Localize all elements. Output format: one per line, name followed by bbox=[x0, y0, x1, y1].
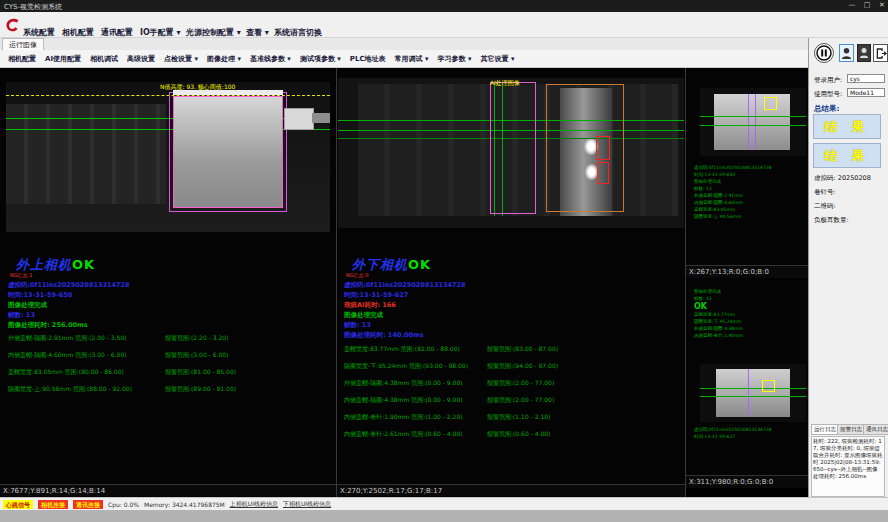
time-line: 时间:13-31-59-650 bbox=[8, 291, 72, 300]
thumbnail-image-top[interactable] bbox=[700, 88, 806, 156]
log-section: 运行日志 报警日志 通讯日志 耗时: 222, 瑕疵检测耗时: 17, 瑕疵分类… bbox=[809, 424, 888, 497]
cpu-usage: Cpu: 0.0% bbox=[108, 501, 139, 508]
needle-no-label: 卷针号: bbox=[814, 188, 836, 197]
frame-count-line: 帧数: 13 bbox=[344, 321, 371, 330]
toolbar-ai-config[interactable]: AI使用配置 bbox=[45, 54, 81, 64]
pause-button[interactable] bbox=[814, 43, 834, 63]
alarm-range-text: 报警范围:(94.00 - 97.00) bbox=[487, 362, 558, 371]
memory-usage: Memory: 3424.41796875M bbox=[144, 501, 225, 508]
measure-line bbox=[700, 125, 806, 126]
tiny-line: 外侧盖帽-隔圈:4.38mm bbox=[694, 325, 743, 332]
measure-line bbox=[700, 116, 806, 117]
tiny-line: 隔圈宽度-上:90.56mm bbox=[694, 213, 771, 220]
upper-camera-thread-link[interactable]: 上相机UI线程信息 bbox=[230, 500, 278, 509]
toolbar-spot-check[interactable]: 点检设置 ▾ bbox=[164, 54, 198, 64]
roi-box-yellow bbox=[762, 380, 775, 392]
measurement-text: 隔圈宽度-上:90.56mm 范围:(88.00 - 92.00) bbox=[8, 385, 132, 394]
camera-panel-lower: AI处理图像 外下相机OK NG汇总:0 虚拟码:0f11ins20250208… bbox=[337, 68, 685, 497]
violet-line bbox=[755, 94, 756, 150]
log-tab-comm[interactable]: 通讯日志 bbox=[863, 424, 888, 435]
measure-line bbox=[700, 396, 806, 397]
toolbar-baseline-params[interactable]: 基准线参数 ▾ bbox=[250, 54, 291, 64]
tiny-line: 时间:13-31-59-627 bbox=[694, 433, 771, 440]
measurement-text: 隔圈宽度-下:95.24mm 范围:(93.00 - 98.00) bbox=[344, 362, 468, 371]
exit-button[interactable] bbox=[873, 44, 888, 62]
tiny-line: 虚拟码:0f11ins2025020813314728 bbox=[694, 164, 771, 171]
alarm-range-text: 报警范围:(3.00 - 6.00) bbox=[165, 351, 228, 360]
menu-item-comm-config[interactable]: 通讯配置 bbox=[101, 27, 133, 38]
menu-item-view[interactable]: 查看 ▾ bbox=[246, 27, 269, 38]
toolbar-plc-table[interactable]: PLC地址表 bbox=[350, 54, 386, 64]
toolbar-advanced[interactable]: 高级设置 bbox=[127, 54, 155, 64]
measurement-text: 内侧盖帽-卷针:1.90mm 范围:(1.00 - 2.20) bbox=[344, 413, 463, 422]
camera-image-upper[interactable]: N值高度: 93. 极心间值:100 bbox=[6, 82, 330, 232]
menu-item-io-manual[interactable]: IO手配置 ▾ bbox=[140, 27, 181, 38]
log-tab-run[interactable]: 运行日志 bbox=[811, 424, 839, 435]
toolbar-other-settings[interactable]: 其它设置 ▾ bbox=[480, 54, 514, 64]
coordinate-strip: X:7677;Y:891;R:14;G:14;B:14 bbox=[0, 484, 336, 496]
process-done-line: 图像处理完成 bbox=[8, 301, 47, 310]
window-title: CYS-视觉检测系统 bbox=[4, 2, 62, 12]
thumbnail-result-text: 虚拟码:0f11ins2025020813314728 时间:13-31-59-… bbox=[694, 164, 771, 220]
measurement-text: 内侧盖帽-隔圈:4.38mm 范围:(0.00 - 9.00) bbox=[344, 396, 463, 405]
qrcode-label: 二维码: bbox=[814, 202, 836, 211]
tab-strip: 运行图像 bbox=[0, 38, 808, 50]
alarm-range-text: 报警范围:(81.00 - 85.00) bbox=[165, 368, 236, 377]
roi-box-orange bbox=[546, 84, 624, 212]
machinery-texture bbox=[6, 104, 166, 204]
menu-item-light-control[interactable]: 光源控制配置 ▾ bbox=[186, 27, 241, 38]
connector-arm bbox=[312, 113, 330, 123]
menu-item-language-switch[interactable]: 系统语言切换 bbox=[274, 27, 322, 38]
tab-run-image[interactable]: 运行图像 bbox=[2, 38, 44, 50]
coordinate-readout: X:311;Y:980;R:0;G:0;B:0 bbox=[689, 478, 773, 486]
login-user-value[interactable]: cys bbox=[847, 74, 885, 83]
roi-box-magenta bbox=[490, 82, 536, 214]
measurement-text: 内侧盖帽-隔圈:4.60mm 范围:(3.00 - 6.00) bbox=[8, 351, 127, 360]
thumbnail-image-bottom[interactable] bbox=[700, 364, 806, 422]
camera-image-lower[interactable]: AI处理图像 bbox=[338, 78, 684, 228]
model-value[interactable]: Mode11 bbox=[847, 88, 885, 97]
process-done-line: 图像处理完成 bbox=[344, 311, 383, 320]
menu-bar: 系统配置 相机配置 通讯配置 IO手配置 ▾ 光源控制配置 ▾ 查看 ▾ 系统语… bbox=[0, 12, 888, 38]
toolbar-camera-debug[interactable]: 相机调试 bbox=[90, 54, 118, 64]
tiny-line: 帧数: 13 bbox=[694, 185, 771, 192]
close-button[interactable]: ✕ bbox=[876, 1, 888, 9]
log-tab-alarm[interactable]: 报警日志 bbox=[837, 424, 865, 435]
comm-conn-badge: 通讯连接 bbox=[73, 500, 103, 509]
menu-item-system-config[interactable]: 系统配置 bbox=[23, 27, 55, 38]
tiny-line: 图像处理完成 bbox=[694, 178, 771, 185]
frame-count-line: 帧数: 13 bbox=[8, 311, 35, 320]
user-login-button[interactable] bbox=[839, 44, 854, 62]
toolbar-image-process[interactable]: 图像处理 ▾ bbox=[207, 54, 241, 64]
camera-conn-badge: 相机连接 bbox=[38, 500, 68, 509]
result-ok-label: OK bbox=[694, 302, 743, 311]
maximize-button[interactable]: □ bbox=[861, 1, 873, 9]
alarm-range-text: 报警范围:(1.10 - 2.10) bbox=[487, 413, 550, 422]
bottom-strip bbox=[0, 510, 888, 522]
minimize-button[interactable]: — bbox=[846, 1, 858, 9]
coordinate-readout: X:267;Y:13;R:0;G:0;B:0 bbox=[689, 268, 769, 276]
alarm-range-text: 报警范围:(2.00 - 77.00) bbox=[487, 379, 554, 388]
operator-button[interactable] bbox=[857, 44, 871, 62]
toolbar-camera-config[interactable]: 相机配置 bbox=[8, 54, 36, 64]
battery-cell-region bbox=[173, 96, 283, 208]
lower-camera-thread-link[interactable]: 下相机UI线程信息 bbox=[283, 500, 331, 509]
tiny-line: 时间:13-31-59-650 bbox=[694, 171, 771, 178]
image-annotation: N值高度: 93. 极心间值:100 bbox=[160, 83, 235, 92]
sidebar: 登录用户: cys 使用型号: Mode11 总结果: 结 果 结 果 虚拟码:… bbox=[808, 38, 888, 497]
log-text[interactable]: 耗时: 222, 瑕疵检测耗时: 17, 瑕疵分类耗时: 0, 瑕疵提取合并耗时… bbox=[811, 436, 885, 497]
model-label: 使用型号: bbox=[814, 90, 842, 99]
alarm-range-text: 报警范围:(83.00 - 87.00) bbox=[487, 345, 558, 354]
toolbar-common-debug[interactable]: 常用调试 ▾ bbox=[395, 54, 429, 64]
toolbar-learn-params[interactable]: 学习参数 ▾ bbox=[438, 54, 472, 64]
menu-item-camera-config[interactable]: 相机配置 bbox=[62, 27, 94, 38]
toolbar-test-params[interactable]: 测试项参数 ▾ bbox=[300, 54, 341, 64]
violet-line bbox=[748, 94, 749, 150]
coordinate-strip: X:267;Y:13;R:0;G:0;B:0 bbox=[686, 265, 808, 278]
tiny-line: 虚拟码:0f11ins2025020813134728 bbox=[694, 426, 771, 433]
heartbeat-badge: 心跳信号 bbox=[3, 500, 33, 509]
ng-summary-label: NG汇总:1 bbox=[10, 272, 32, 278]
result-ok-label: OK bbox=[72, 257, 95, 272]
measure-line bbox=[700, 388, 806, 389]
measurement-text: 盖帽宽度:83.77mm 范围:(82.00 - 88.00) bbox=[344, 345, 460, 354]
